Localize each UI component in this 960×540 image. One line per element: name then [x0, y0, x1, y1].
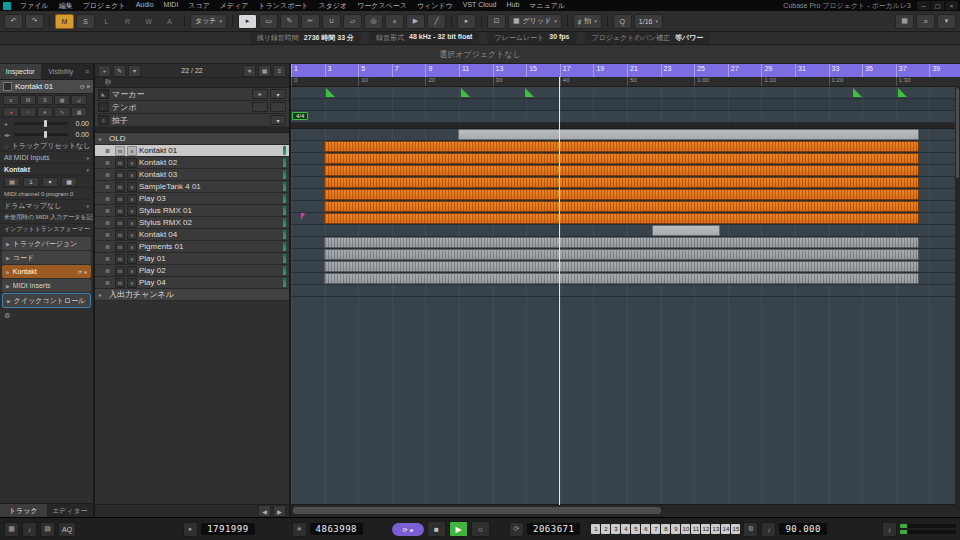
midi-clip[interactable]: [324, 177, 919, 188]
pan-slider[interactable]: [14, 133, 68, 136]
midi-clip[interactable]: [324, 237, 919, 248]
marker-flag[interactable]: [898, 88, 907, 97]
vertical-scroll-thumb[interactable]: [956, 88, 959, 178]
output-routing-row[interactable]: Kontakt ▾: [0, 164, 93, 176]
chevron-down-icon[interactable]: ▾: [270, 89, 286, 99]
section-quick-controls[interactable]: ▶ クイックコントロール: [2, 293, 91, 308]
glue-tool[interactable]: ∪: [322, 14, 341, 29]
marker-lane[interactable]: [291, 87, 960, 99]
split-tool[interactable]: ✂: [301, 14, 320, 29]
automation-mode-dropdown[interactable]: タッチ ▾: [190, 14, 227, 29]
tab-editor[interactable]: エディター: [47, 504, 94, 517]
tab-visibility[interactable]: Visibility: [41, 64, 82, 79]
chevron-down-icon[interactable]: ▾: [42, 177, 58, 187]
marker-jump-button-12[interactable]: 12: [701, 524, 710, 534]
marker-flag[interactable]: [853, 88, 862, 97]
solo-button[interactable]: s: [127, 170, 137, 180]
locator-icon[interactable]: ▸: [183, 522, 198, 537]
solo-button[interactable]: s: [127, 254, 137, 264]
marker-jump-button-3[interactable]: 3: [611, 524, 620, 534]
marker-flag[interactable]: [461, 88, 470, 97]
solo-button[interactable]: s: [127, 278, 137, 288]
marker-jump-button-6[interactable]: 6: [641, 524, 650, 534]
snap-icon[interactable]: ⊡: [487, 14, 506, 29]
menu-item[interactable]: トランスポート: [253, 1, 313, 11]
chevron-down-icon[interactable]: ▾: [937, 14, 956, 29]
time-signature-event[interactable]: 4/4: [292, 112, 308, 120]
record-button[interactable]: ○: [471, 521, 490, 537]
midi-clip[interactable]: [324, 261, 919, 272]
menu-item[interactable]: プロジェクト: [78, 1, 131, 11]
quantize-button[interactable]: Q: [613, 14, 632, 29]
solo-button[interactable]: s: [127, 242, 137, 252]
maximize-button[interactable]: ▢: [931, 1, 944, 10]
track-row[interactable]: ≣msPlay 01: [95, 253, 289, 265]
midi-channel-value[interactable]: 1: [23, 177, 39, 187]
range-selection-tool[interactable]: ▭: [259, 14, 278, 29]
inspector-button[interactable]: e: [37, 107, 53, 117]
menu-item[interactable]: スコア: [183, 1, 215, 11]
horizontal-scroll-thumb[interactable]: [293, 507, 661, 514]
midi-clip[interactable]: [324, 201, 919, 212]
track-preset-row[interactable]: ◇ トラックプリセットなし: [0, 140, 93, 152]
inspector-button[interactable]: S: [37, 95, 53, 105]
play-button[interactable]: ▶: [449, 521, 468, 537]
record-enable-icon[interactable]: ●: [3, 107, 19, 117]
ruler-bars[interactable]: 1357911131517192123252729313335373941: [291, 64, 960, 77]
vertical-scrollbar[interactable]: [955, 86, 960, 505]
play-tool[interactable]: ▶: [406, 14, 425, 29]
midi-clip[interactable]: [324, 273, 919, 284]
solo-button[interactable]: s: [127, 218, 137, 228]
solo-button[interactable]: s: [127, 206, 137, 216]
auto-quantize-button[interactable]: AQ: [58, 522, 76, 537]
volume-fader[interactable]: ◂ 0.00: [0, 118, 93, 129]
mute-button[interactable]: m: [115, 194, 125, 204]
arrange-empty-area[interactable]: [291, 297, 960, 504]
marker-jump-button-15[interactable]: 15: [731, 524, 740, 534]
mute-button[interactable]: m: [115, 266, 125, 276]
volume-handle[interactable]: [44, 120, 47, 127]
marker-jump-button-8[interactable]: 8: [661, 524, 670, 534]
autoscroll-icon[interactable]: ▸: [457, 14, 476, 29]
input-transformer-row[interactable]: インプットトランスフォーマー なし: [0, 224, 93, 236]
line-tool[interactable]: ╱: [427, 14, 446, 29]
menu-item[interactable]: Audio: [131, 1, 159, 11]
marker-flag[interactable]: [326, 88, 335, 97]
track-row[interactable]: ≣msPlay 03: [95, 193, 289, 205]
toolbar-state-L[interactable]: L: [97, 14, 116, 29]
track-row[interactable]: ≣msStylus RMX 02: [95, 217, 289, 229]
lock-icon[interactable]: ∗: [292, 522, 307, 537]
horizontal-scrollbar[interactable]: [291, 504, 960, 517]
toolbar-state-M[interactable]: M: [55, 14, 74, 29]
marker-jump-button-2[interactable]: 2: [601, 524, 610, 534]
cycle-icon[interactable]: ⟳: [78, 269, 82, 275]
retro-record-row[interactable]: 未使用時の MIDI 入力データを記録: [0, 212, 93, 224]
mute-tool[interactable]: ×: [385, 14, 404, 29]
ruler-unit-row[interactable]: 秒: [95, 78, 289, 88]
inspector-button[interactable]: ▦: [71, 107, 87, 117]
midi-clip[interactable]: [324, 189, 919, 200]
grid-icon[interactable]: ▦: [258, 65, 271, 77]
tempo-lane[interactable]: [291, 99, 960, 111]
menu-item[interactable]: Hub: [502, 1, 525, 11]
menu-icon[interactable]: ≡: [916, 14, 935, 29]
keys-icon[interactable]: ▤: [40, 522, 55, 537]
marker-jump-button-1[interactable]: 1: [591, 524, 600, 534]
menu-item[interactable]: マニュアル: [524, 1, 570, 11]
mute-button[interactable]: m: [115, 170, 125, 180]
gear-icon[interactable]: ⚙: [743, 522, 758, 537]
marker-edit-icon[interactable]: e: [252, 89, 268, 99]
mute-button[interactable]: m: [115, 206, 125, 216]
menu-item[interactable]: 編集: [54, 1, 78, 11]
track-row[interactable]: ▸入出力チャンネル: [95, 289, 289, 301]
cycle-icon[interactable]: ⟳: [80, 83, 85, 90]
marker-jump-button-14[interactable]: 14: [721, 524, 730, 534]
track-row[interactable]: ≣msPlay 02: [95, 265, 289, 277]
section-instrument-kontakt[interactable]: ▶ Kontakt ⟳ e: [2, 265, 91, 278]
chevron-down-icon[interactable]: ▾: [270, 115, 286, 125]
inspector-button[interactable]: ∿: [54, 107, 70, 117]
project-cursor[interactable]: [559, 77, 560, 505]
setup-window-icon[interactable]: ▦: [895, 14, 914, 29]
section-track-versions[interactable]: ▶ トラックバージョン: [2, 237, 91, 250]
midi-clip[interactable]: [652, 225, 720, 236]
